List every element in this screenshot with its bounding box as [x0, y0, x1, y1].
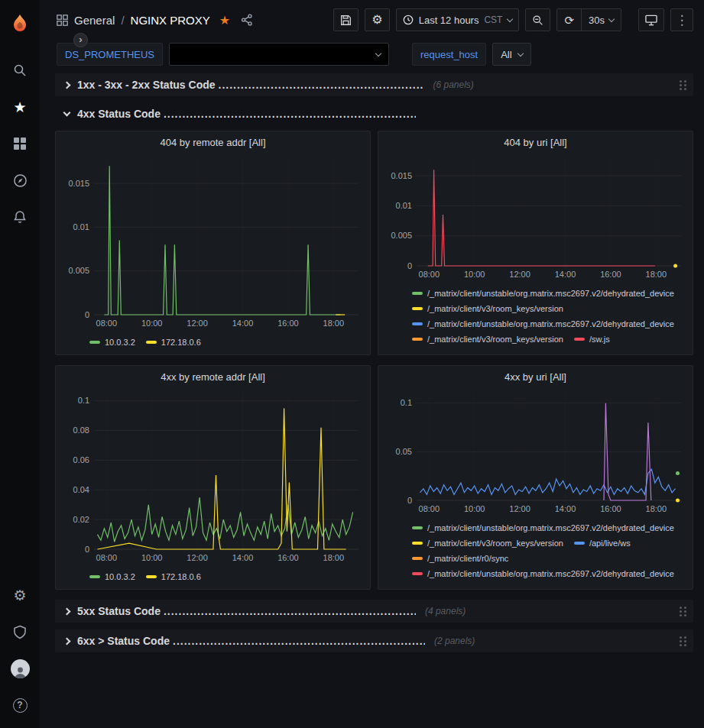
- panel-title[interactable]: 404 by uri [All]: [384, 131, 686, 153]
- row-4xx-header[interactable]: 4xx Status Code ........................…: [55, 103, 693, 125]
- clock-icon: [403, 15, 414, 25]
- svg-text:0.04: 0.04: [73, 485, 89, 494]
- time-series-chart[interactable]: 08:0010:0012:0014:0016:0018:0000.050.1: [384, 387, 689, 516]
- row-5xx[interactable]: 5xx Status Code ........................…: [55, 600, 693, 623]
- time-series-chart[interactable]: 08:0010:0012:0014:0016:0018:0000.0050.01…: [62, 153, 366, 330]
- shield-icon: [13, 625, 27, 639]
- legend-item[interactable]: 10.0.3.2: [89, 335, 135, 349]
- svg-text:14:00: 14:00: [555, 270, 576, 279]
- legend-item[interactable]: /api/live/ws: [574, 536, 631, 550]
- legend-item[interactable]: /_matrix/client/v3/room_keys/version: [412, 302, 563, 315]
- legend-item[interactable]: /_matrix/client/v3/room_keys/version: [412, 536, 563, 550]
- save-icon: [340, 15, 352, 26]
- legend-item[interactable]: /_matrix/client/unstable/org.matrix.msc2…: [412, 317, 674, 331]
- svg-text:0: 0: [85, 310, 89, 319]
- legend-item[interactable]: /_matrix/client/unstable/org.matrix.msc2…: [412, 521, 674, 535]
- sidebar-item-alerting[interactable]: [0, 199, 40, 235]
- gear-icon: ⚙: [371, 14, 382, 26]
- panel-404-by-uri: 404 by uri [All] 08:0010:0012:0014:0016:…: [378, 131, 693, 355]
- more-options-button[interactable]: ⋮: [670, 8, 693, 31]
- svg-text:18:00: 18:00: [323, 319, 345, 328]
- chevron-down-icon: [608, 15, 615, 21]
- series-color-swatch: [412, 572, 423, 575]
- svg-text:0: 0: [407, 496, 412, 505]
- row-title: 1xx - 3xx - 2xx Status Code: [77, 79, 216, 91]
- row-drag-handle[interactable]: [678, 605, 687, 617]
- row-6xx[interactable]: 6xx > Status Code ......................…: [55, 629, 693, 652]
- time-series-chart[interactable]: 08:0010:0012:0014:0016:0018:0000.020.040…: [62, 387, 366, 565]
- refresh-button[interactable]: ⟳: [557, 9, 581, 31]
- svg-text:12:00: 12:00: [509, 270, 530, 279]
- sidebar-item-dashboards[interactable]: [0, 125, 40, 162]
- sidebar-item-explore[interactable]: [0, 162, 40, 199]
- panel-title[interactable]: 4xx by uri [All]: [384, 366, 686, 387]
- sidebar-item-help[interactable]: ?: [0, 687, 40, 723]
- legend-item[interactable]: /_matrix/client/unstable/org.matrix.msc2…: [412, 286, 674, 300]
- series-color-swatch: [146, 341, 157, 344]
- kebab-menu-icon: ⋮: [676, 14, 689, 27]
- panel-title[interactable]: 404 by remote addr [All]: [62, 131, 364, 153]
- series-color-swatch: [412, 542, 423, 545]
- time-series-chart[interactable]: 08:0010:0012:0014:0016:0018:0000.0050.01…: [384, 153, 689, 281]
- person-icon: [13, 665, 28, 678]
- svg-text:18:00: 18:00: [646, 270, 667, 279]
- breadcrumb-section[interactable]: General: [74, 14, 115, 27]
- legend-item[interactable]: 10.0.3.2: [89, 570, 135, 584]
- row-panel-count: (4 panels): [425, 606, 466, 616]
- svg-text:14:00: 14:00: [555, 504, 576, 513]
- sidebar-item-search[interactable]: [0, 52, 40, 89]
- zoom-out-button[interactable]: [525, 8, 550, 31]
- sidebar-item-configuration[interactable]: ⚙: [0, 577, 40, 613]
- legend-item[interactable]: /_matrix/client/unstable/org.matrix.msc2…: [412, 567, 674, 581]
- dashboard-title[interactable]: NGINX PROXY: [131, 14, 210, 27]
- panel-4xx-by-remote-addr: 4xx by remote addr [All] 08:0010:0012:00…: [55, 365, 371, 590]
- legend-item[interactable]: /sw.js: [574, 332, 610, 346]
- dashboards-grid-icon: [13, 137, 27, 150]
- series-color-swatch: [89, 341, 100, 344]
- refresh-interval-picker[interactable]: 30s: [581, 9, 621, 31]
- svg-text:0.01: 0.01: [73, 222, 89, 231]
- legend-item[interactable]: 172.18.0.6: [146, 570, 201, 584]
- dashboard-settings-button[interactable]: ⚙: [365, 8, 389, 31]
- request-host-variable-label[interactable]: request_host: [412, 43, 486, 66]
- legend-item[interactable]: /_matrix/client/v3/room_keys/version: [412, 332, 563, 346]
- time-range-picker[interactable]: Last 12 hours CST: [396, 8, 520, 31]
- legend-item[interactable]: 172.18.0.6: [146, 335, 201, 349]
- top-navbar: General / NGINX PROXY ★ ⚙ Last: [40, 0, 704, 40]
- svg-text:10:00: 10:00: [141, 553, 163, 562]
- sidebar-item-starred[interactable]: ★: [0, 89, 40, 125]
- datasource-variable-label[interactable]: DS_PROMETHEUS: [57, 43, 163, 66]
- grafana-logo[interactable]: [8, 8, 31, 41]
- cycle-view-mode-button[interactable]: [638, 8, 664, 31]
- grafana-flame-icon: [8, 13, 31, 36]
- series-color-swatch: [412, 338, 423, 341]
- svg-text:0.005: 0.005: [391, 231, 412, 240]
- sidebar-item-profile[interactable]: [0, 650, 40, 687]
- request-host-variable-dropdown[interactable]: All: [492, 43, 530, 66]
- panel-legend: 10.0.3.2 172.18.0.6: [62, 567, 364, 585]
- legend-label: /_matrix/client/v3/room_keys/version: [427, 335, 563, 344]
- row-drag-handle[interactable]: [678, 79, 687, 91]
- svg-text:10:00: 10:00: [464, 270, 485, 279]
- dashboard-canvas: 1xx - 3xx - 2xx Status Code ............…: [40, 69, 704, 728]
- datasource-variable-dropdown[interactable]: [169, 43, 389, 66]
- share-icon[interactable]: [241, 14, 253, 26]
- panel-title[interactable]: 4xx by remote addr [All]: [62, 366, 364, 387]
- legend-label: 10.0.3.2: [105, 338, 135, 347]
- row-1xx-3xx-2xx[interactable]: 1xx - 3xx - 2xx Status Code ............…: [55, 73, 693, 96]
- search-icon: [13, 63, 27, 77]
- panel-legend: /_matrix/client/unstable/org.matrix.msc2…: [384, 518, 686, 582]
- svg-text:0.005: 0.005: [68, 266, 89, 275]
- save-dashboard-button[interactable]: [333, 8, 358, 31]
- svg-text:16:00: 16:00: [277, 319, 299, 328]
- svg-text:0.02: 0.02: [73, 515, 89, 524]
- sidebar-item-server-admin[interactable]: [0, 613, 40, 650]
- panel-grid-row-1: 404 by remote addr [All] 08:0010:0012:00…: [55, 131, 693, 355]
- legend-label: /_matrix/client/unstable/org.matrix.msc2…: [427, 569, 674, 578]
- row-drag-handle[interactable]: [678, 635, 687, 647]
- time-range-label: Last 12 hours: [419, 15, 479, 26]
- favorite-star-icon[interactable]: ★: [219, 13, 230, 28]
- sidebar-expand-button[interactable]: ›: [73, 33, 88, 47]
- legend-item[interactable]: /_matrix/client/r0/sync: [412, 552, 508, 565]
- variables-bar: DS_PROMETHEUS request_host All: [40, 40, 704, 69]
